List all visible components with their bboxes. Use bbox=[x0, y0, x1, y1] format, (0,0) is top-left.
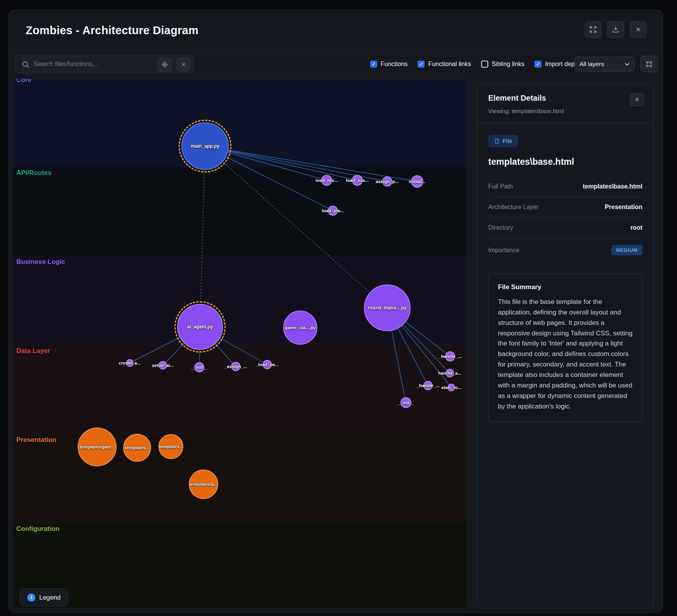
fit-view-button[interactable] bbox=[640, 56, 658, 72]
diagram-node-start_ro[interactable]: start_ro... bbox=[447, 384, 455, 391]
diagram-node-load_pe[interactable]: _load_pe... bbox=[263, 360, 272, 369]
diagram-node-initiali[interactable]: initiali... bbox=[411, 175, 423, 188]
edge-main_app-ai_agent bbox=[200, 146, 205, 327]
diagram-node-load_res[interactable]: load_res... bbox=[321, 175, 332, 186]
node-label: __init__ bbox=[191, 365, 208, 370]
checkbox-checked-icon[interactable]: ✓ bbox=[418, 61, 425, 68]
legend-button[interactable]: i Legend bbox=[20, 588, 68, 606]
search-input[interactable] bbox=[33, 55, 154, 73]
diagram-node-assign_p[interactable]: assign_p... bbox=[382, 176, 392, 187]
download-icon bbox=[612, 26, 620, 33]
layer-label: Configuration bbox=[16, 525, 59, 533]
info-icon: i bbox=[27, 593, 35, 602]
node-label: _load_pe... bbox=[256, 362, 278, 367]
node-label: round_mana....py bbox=[368, 305, 406, 311]
node-label: templates... bbox=[125, 445, 149, 450]
layer-select[interactable]: All layers bbox=[574, 57, 635, 72]
file-summary-box: File Summary This file is the base templ… bbox=[488, 274, 642, 422]
diagram-node-load_ess[interactable]: load_ess... bbox=[352, 175, 363, 186]
node-label: start_ro... bbox=[441, 385, 461, 390]
checkbox-functions[interactable]: ✓Functions bbox=[370, 61, 407, 68]
diagram-node-init2[interactable]: __init__ bbox=[400, 397, 411, 408]
layer-label: API/Routes bbox=[16, 169, 52, 177]
chevron-down-icon bbox=[625, 63, 630, 66]
node-label: handle_a... bbox=[438, 371, 461, 375]
node-label: __init__ bbox=[398, 400, 414, 405]
page-title: Zombies - Architecture Diagram bbox=[26, 24, 198, 37]
diagram-node-tpl_2[interactable]: templates... bbox=[123, 434, 151, 462]
detail-label: Full Path bbox=[488, 183, 513, 190]
detail-label: Importance bbox=[488, 247, 519, 254]
diagram-node-ai_agent[interactable]: ai_agent.py bbox=[177, 304, 223, 350]
diagram-node-tpl_gam[interactable]: templates\gam... bbox=[78, 428, 117, 466]
expand-button[interactable] bbox=[585, 21, 602, 38]
node-label: _handle_... bbox=[416, 383, 439, 388]
node-label: ai_agent.py bbox=[187, 324, 213, 330]
diagram-node-main_app[interactable]: main_app.py bbox=[181, 122, 229, 170]
file-type-badge: File bbox=[488, 135, 518, 147]
diagram-node-handle_a[interactable]: handle_a... bbox=[446, 369, 454, 377]
diagram-node-tpl_3[interactable]: templates... bbox=[158, 434, 183, 459]
diagram-canvas[interactable]: i Legend CoreAPI/RoutesBusiness LogicDat… bbox=[12, 79, 467, 608]
download-button[interactable] bbox=[607, 21, 624, 38]
viewing-status: Viewing: templates\base.html bbox=[488, 108, 642, 114]
details-rows: Full Pathtemplates\base.htmlArchitecture… bbox=[488, 176, 642, 238]
node-label: _assign_... bbox=[225, 364, 247, 369]
diagram-edges bbox=[12, 79, 467, 608]
expand-icon bbox=[589, 26, 597, 33]
diagram-node-setup_ai[interactable]: setup_ai... bbox=[158, 361, 167, 370]
diagram-node-tpl_b[interactable]: templates\b... bbox=[189, 469, 218, 499]
checkbox-unchecked-icon[interactable] bbox=[481, 61, 488, 68]
search-icon bbox=[22, 61, 30, 68]
detail-row: Full Pathtemplates\base.html bbox=[488, 176, 642, 197]
summary-title: File Summary bbox=[498, 283, 633, 291]
legend-label: Legend bbox=[39, 594, 61, 601]
diagram-node-load_pla[interactable]: load_pla... bbox=[328, 206, 338, 216]
edge-main_app-round_mana bbox=[205, 146, 387, 308]
detail-label: Directory bbox=[488, 224, 513, 231]
close-window-button[interactable]: ✕ bbox=[630, 21, 647, 38]
diagram-node-init1[interactable]: __init__ bbox=[194, 362, 204, 372]
diagram-node-handle2[interactable]: _handle_... bbox=[423, 381, 433, 390]
detail-value: Presentation bbox=[605, 204, 642, 211]
detail-value: root bbox=[630, 224, 642, 231]
diagram-node-handle1[interactable]: _handle_... bbox=[445, 351, 455, 361]
node-label: setup_ai... bbox=[152, 363, 174, 368]
checkbox-label: Sibling links bbox=[492, 61, 524, 68]
diagram-node-game_sta[interactable]: game_sta....py bbox=[283, 311, 317, 345]
node-label: templates\gam... bbox=[80, 445, 115, 449]
checkbox-functional-links[interactable]: ✓Functional links bbox=[418, 61, 471, 68]
layer-label: Presentation bbox=[16, 436, 56, 444]
detail-row: Directoryroot bbox=[488, 218, 642, 238]
element-name: templates\base.html bbox=[488, 157, 642, 167]
clear-search-button[interactable]: ✕ bbox=[176, 58, 191, 72]
summary-text: This file is the base template for the a… bbox=[498, 297, 633, 412]
panel-close-button[interactable]: ✕ bbox=[630, 93, 644, 106]
layer-label: Data Layer bbox=[16, 347, 50, 355]
locate-button[interactable] bbox=[157, 58, 172, 72]
node-label: main_app.py bbox=[191, 143, 219, 149]
target-icon bbox=[161, 61, 168, 68]
close-icon: ✕ bbox=[635, 96, 640, 103]
node-label: templates\b... bbox=[189, 482, 218, 487]
search-box: ✕ bbox=[15, 55, 194, 73]
layer-label: Business Logic bbox=[16, 258, 65, 266]
checkbox-checked-icon[interactable]: ✓ bbox=[370, 61, 377, 68]
panel-header: Element Details ✕ Viewing: templates\bas… bbox=[477, 84, 653, 123]
panel-title: Element Details bbox=[488, 94, 642, 103]
checkbox-checked-icon[interactable]: ✓ bbox=[534, 61, 541, 68]
node-label: load_pla... bbox=[322, 208, 344, 213]
toolbar-checkbox-group: ✓Functions✓Functional linksSibling links… bbox=[370, 50, 578, 79]
clear-icon: ✕ bbox=[181, 61, 186, 68]
checkbox-sibling-links[interactable]: Sibling links bbox=[481, 61, 524, 68]
detail-value: templates\base.html bbox=[583, 183, 642, 190]
app-window: Zombies - Architecture Diagram ✕ ✕ bbox=[9, 10, 663, 613]
checkbox-label: Functions bbox=[381, 61, 407, 68]
diagram-node-assign2[interactable]: _assign_... bbox=[231, 362, 240, 371]
diagram-node-round_mana[interactable]: round_mana....py bbox=[364, 284, 411, 331]
diagram-node-create_a[interactable]: create_a... bbox=[126, 359, 134, 367]
node-label: assign_p... bbox=[376, 179, 399, 184]
importance-badge: MEDIUM bbox=[611, 245, 642, 255]
checkbox-import-deps[interactable]: ✓Import deps bbox=[534, 61, 578, 68]
layer-label: Core bbox=[16, 79, 31, 84]
